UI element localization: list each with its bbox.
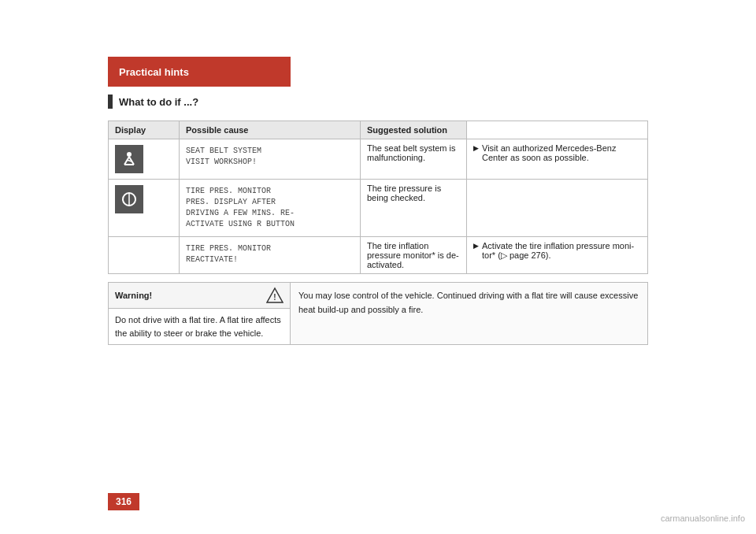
solution-content-1: Visit an authorized Mercedes-Benz Center… xyxy=(482,143,641,162)
solution-text-1: Visit an authorized Mercedes-Benz Center… xyxy=(473,143,641,162)
svg-text:!: ! xyxy=(273,293,276,302)
solution-content-3: Activate the tire inflation pressure mon… xyxy=(482,241,641,261)
display-text-cell-3: TIRE PRES. MONITORREACTIVATE! xyxy=(180,237,361,274)
section-header: What to do if ...? xyxy=(108,95,198,109)
col-display: Display xyxy=(109,121,180,139)
solution-cell-1: Visit an authorized Mercedes-Benz Center… xyxy=(467,139,648,180)
table-row: TIRE PRES. MONITORPRES. DISPLAY AFTERDRI… xyxy=(109,180,648,237)
svg-point-0 xyxy=(127,152,132,157)
header-banner: Practical hints xyxy=(108,57,291,87)
warning-triangle-icon: ! xyxy=(266,287,284,304)
cause-text-3: The tire inflation pressure monitor* is … xyxy=(367,241,459,269)
display-cell-3 xyxy=(109,237,180,274)
header-title: Practical hints xyxy=(119,66,189,78)
display-text-cell-1: SEAT BELT SYSTEMVISIT WORKSHOP! xyxy=(180,139,361,180)
seatbelt-icon xyxy=(115,145,143,173)
display-text-1: SEAT BELT SYSTEMVISIT WORKSHOP! xyxy=(186,143,354,170)
page-container: Practical hints What to do if ...? Displ… xyxy=(0,0,756,534)
table-header-row: Display Possible cause Suggested solutio… xyxy=(109,121,648,139)
col-solution: Suggested solution xyxy=(361,121,467,139)
cause-cell-1: The seat belt system is malfunctioning. xyxy=(361,139,467,180)
cause-cell-3: The tire inflation pressure monitor* is … xyxy=(361,237,467,274)
display-text-2: TIRE PRES. MONITORPRES. DISPLAY AFTERDRI… xyxy=(186,184,354,232)
col-cause: Possible cause xyxy=(180,121,361,139)
page-number: 316 xyxy=(108,493,139,510)
cause-text-1: The seat belt system is malfunctioning. xyxy=(367,143,456,162)
cause-cell-2: The tire pressure is being checked. xyxy=(361,180,467,237)
warning-section: Warning! ! Do not drive with a flat tire… xyxy=(108,282,648,345)
display-cell-1 xyxy=(109,139,180,180)
warning-body: Do not drive with a flat tire. A flat ti… xyxy=(109,309,290,344)
cause-text-2: The tire pressure is being checked. xyxy=(367,184,441,202)
watermark: carmanualsonline.info xyxy=(661,514,745,523)
table-row: SEAT BELT SYSTEMVISIT WORKSHOP! The seat… xyxy=(109,139,648,180)
section-title: What to do if ...? xyxy=(119,96,198,108)
tire-svg xyxy=(120,191,138,208)
display-text-3: TIRE PRES. MONITORREACTIVATE! xyxy=(186,241,354,268)
table-row: TIRE PRES. MONITORREACTIVATE! The tire i… xyxy=(109,237,648,274)
warning-box: Warning! ! Do not drive with a flat tire… xyxy=(108,282,291,345)
warning-header: Warning! ! xyxy=(109,283,290,309)
warning-note-box: You may lose control of the vehicle. Con… xyxy=(291,282,648,345)
main-table: Display Possible cause Suggested solutio… xyxy=(108,121,648,274)
warning-label: Warning! xyxy=(115,291,152,300)
display-cell-2 xyxy=(109,180,180,237)
seatbelt-svg xyxy=(120,150,138,168)
solution-cell-2 xyxy=(467,180,648,237)
tire-icon xyxy=(115,185,143,213)
solution-text-3: Activate the tire inflation pressure mon… xyxy=(473,241,641,261)
solution-cell-3: Activate the tire inflation pressure mon… xyxy=(467,237,648,274)
section-bar-icon xyxy=(108,95,113,109)
display-text-cell-2: TIRE PRES. MONITORPRES. DISPLAY AFTERDRI… xyxy=(180,180,361,237)
